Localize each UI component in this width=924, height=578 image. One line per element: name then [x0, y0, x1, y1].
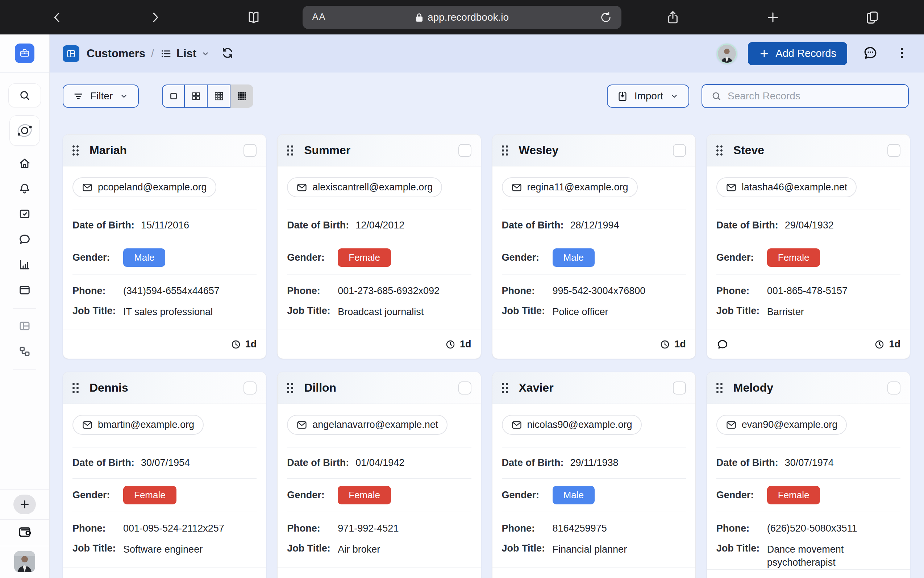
record-name[interactable]: Wesley: [519, 144, 559, 157]
record-email-chip[interactable]: bmartin@example.org: [73, 415, 204, 435]
sidebar-workflows-item[interactable]: [18, 345, 31, 359]
search-records-input[interactable]: [728, 90, 899, 102]
new-tab-icon[interactable]: [765, 10, 780, 25]
record-name[interactable]: Melody: [733, 381, 773, 395]
sidebar-home-item[interactable]: [18, 157, 31, 171]
drag-handle-icon[interactable]: [287, 383, 293, 393]
record-email-chip[interactable]: regina11@example.org: [502, 177, 638, 197]
drag-handle-icon[interactable]: [73, 145, 79, 156]
text-size-button[interactable]: AA: [312, 11, 326, 23]
record-card-body: latasha46@example.net Date of Birth: 29/…: [707, 166, 910, 330]
view-size-1-button[interactable]: [162, 84, 185, 108]
tabs-icon[interactable]: [864, 10, 880, 25]
envelope-icon: [82, 182, 93, 193]
record-checkbox[interactable]: [243, 382, 257, 395]
record-email-chip[interactable]: angelanavarro@example.net: [287, 415, 448, 435]
record-checkbox[interactable]: [673, 382, 686, 395]
sidebar-tables-item[interactable]: [18, 320, 31, 334]
job-title-row: Job Title: Barrister: [716, 300, 900, 318]
nodes-icon: [18, 345, 31, 358]
record-email-chip[interactable]: evan90@example.org: [716, 415, 847, 435]
record-email: regina11@example.org: [527, 182, 628, 193]
breadcrumb-table-name[interactable]: Customers: [87, 47, 145, 60]
record-card-header: Wesley: [492, 135, 695, 166]
sidebar-reports-item[interactable]: [18, 258, 31, 273]
address-bar[interactable]: AA app.recordbook.io: [303, 6, 621, 29]
support-chat-icon[interactable]: [863, 45, 878, 62]
drag-handle-icon[interactable]: [502, 383, 508, 393]
gender-row: Gender: Male: [73, 241, 257, 274]
breadcrumb-separator: /: [151, 47, 154, 60]
refresh-view-icon[interactable]: [221, 46, 234, 61]
record-email-chip[interactable]: nicolas90@example.org: [502, 415, 642, 435]
record-name[interactable]: Dennis: [89, 381, 128, 395]
share-icon[interactable]: [665, 10, 681, 25]
record-name[interactable]: Dillon: [304, 381, 336, 395]
dob-label: Date of Birth:: [73, 457, 134, 469]
url-text: app.recordbook.io: [427, 11, 509, 23]
drag-handle-icon[interactable]: [287, 145, 293, 156]
record-card-body: alexiscantrell@example.org Date of Birth…: [278, 166, 481, 330]
sidebar-add-button[interactable]: [13, 495, 36, 514]
dob-row: Date of Birth: 30/07/1954: [73, 448, 257, 478]
sidebar-search-button[interactable]: [8, 83, 41, 107]
table-breadcrumb-icon[interactable]: [63, 45, 79, 62]
browser-toolbar: AA app.recordbook.io: [0, 0, 924, 34]
record-email: nicolas90@example.org: [527, 419, 632, 430]
record-email-chip[interactable]: latasha46@example.net: [716, 177, 857, 197]
record-name[interactable]: Summer: [304, 144, 350, 157]
more-options-icon[interactable]: [895, 46, 909, 61]
sidebar-pages-item[interactable]: [18, 284, 31, 298]
drag-handle-icon[interactable]: [73, 383, 79, 393]
record-age: 1d: [889, 339, 900, 350]
drag-handle-icon[interactable]: [716, 145, 723, 156]
lock-icon: [415, 13, 423, 22]
record-checkbox[interactable]: [887, 382, 900, 395]
job-title-value: Barrister: [767, 305, 804, 318]
sidebar-tasks-item[interactable]: [18, 208, 31, 222]
record-name[interactable]: Steve: [733, 144, 764, 157]
app-header: Customers / List Add Records: [50, 34, 924, 73]
drag-handle-icon[interactable]: [716, 383, 723, 393]
record-name[interactable]: Mariah: [89, 144, 127, 157]
sidebar-workspace-button[interactable]: [10, 115, 40, 146]
breadcrumb-view-selector[interactable]: List: [160, 47, 210, 60]
add-records-button[interactable]: Add Records: [748, 42, 847, 65]
profile-avatar[interactable]: [717, 44, 737, 64]
view-size-4-button[interactable]: [230, 84, 253, 108]
record-checkbox[interactable]: [458, 144, 471, 157]
browser-forward-icon[interactable]: [148, 10, 162, 25]
sidebar-divider: [0, 519, 49, 520]
record-name[interactable]: Xavier: [519, 381, 554, 395]
browser-back-icon[interactable]: [50, 10, 65, 25]
record-checkbox[interactable]: [887, 144, 900, 157]
phone-value: 001-865-478-5157: [767, 286, 848, 297]
sidebar-notifications-item[interactable]: [18, 182, 31, 196]
import-button[interactable]: Import: [607, 84, 689, 108]
phone-row: Phone: 971-992-4521: [287, 512, 471, 537]
workspace-logo[interactable]: [15, 44, 34, 63]
view-size-2-button[interactable]: [185, 84, 208, 108]
sidebar-user-avatar[interactable]: [14, 551, 35, 572]
record-checkbox[interactable]: [673, 144, 686, 157]
record-checkbox[interactable]: [243, 144, 257, 157]
phone-value: (341)594-6554x44657: [123, 286, 220, 297]
dob-row: Date of Birth: 01/04/1942: [287, 448, 471, 478]
record-email: angelanavarro@example.net: [312, 419, 438, 430]
sidebar-wallet-item[interactable]: [18, 525, 32, 541]
record-email-chip[interactable]: alexiscantrell@example.org: [287, 177, 442, 197]
bell-icon: [18, 182, 31, 195]
comment-icon[interactable]: [716, 338, 729, 351]
record-checkbox[interactable]: [458, 382, 471, 395]
drag-handle-icon[interactable]: [502, 145, 508, 156]
filter-button[interactable]: Filter: [63, 84, 139, 108]
record-email-chip[interactable]: pcopeland@example.org: [73, 177, 216, 197]
records-grid: Mariah pcopeland@example.org Date of Bir…: [50, 120, 924, 578]
view-size-3-button[interactable]: [208, 84, 230, 108]
sidebar-divider: [13, 370, 36, 370]
sidebar-chat-item[interactable]: [18, 233, 31, 247]
job-title-value: Financial planner: [553, 543, 627, 556]
age-group: 1d: [445, 339, 471, 350]
bookmarks-icon[interactable]: [246, 10, 262, 25]
reload-icon[interactable]: [600, 11, 612, 24]
